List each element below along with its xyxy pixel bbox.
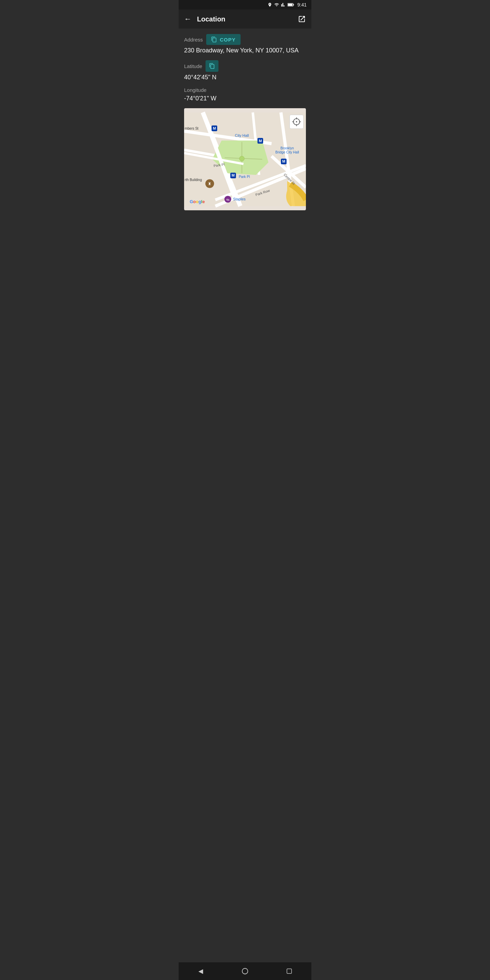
svg-text:Brooklyn: Brooklyn xyxy=(280,146,294,150)
svg-text:City Hall: City Hall xyxy=(235,134,249,137)
svg-text:M: M xyxy=(213,126,216,130)
svg-text:♜: ♜ xyxy=(208,182,211,186)
copy-small-icon xyxy=(209,63,215,69)
address-label: Address xyxy=(184,37,203,43)
svg-text:Google: Google xyxy=(190,199,205,204)
svg-text:M: M xyxy=(232,173,235,177)
latitude-value: 40°42'45" N xyxy=(184,74,306,81)
wifi-icon xyxy=(274,2,279,7)
svg-text:rth Building: rth Building xyxy=(185,178,202,182)
page-title: Location xyxy=(197,15,292,23)
back-button[interactable]: ← xyxy=(184,14,192,24)
longitude-label: Longitude xyxy=(184,87,207,93)
map-view[interactable]: Park Row Centre St Park Pl mbers St rth … xyxy=(184,108,306,210)
longitude-value: -74°0'21" W xyxy=(184,95,306,102)
address-value: 230 Broadway, New York, NY 10007, USA xyxy=(184,47,306,54)
copy-icon xyxy=(211,37,217,43)
svg-rect-1 xyxy=(293,4,294,5)
signal-icon xyxy=(281,2,286,7)
address-label-row: Address COPY xyxy=(184,34,306,45)
status-icons: 9:41 xyxy=(267,2,307,8)
svg-text:Bridge City Hall: Bridge City Hall xyxy=(275,150,299,154)
svg-rect-2 xyxy=(288,4,292,6)
app-bar: ← Location xyxy=(179,10,311,29)
svg-point-43 xyxy=(296,121,298,123)
external-link-icon[interactable] xyxy=(298,15,306,23)
address-copy-label: COPY xyxy=(220,37,236,43)
longitude-label-row: Longitude xyxy=(184,87,306,93)
svg-point-14 xyxy=(239,156,244,161)
latitude-label: Latitude xyxy=(184,63,202,69)
location-icon xyxy=(267,2,272,7)
svg-text:🛍: 🛍 xyxy=(226,198,229,202)
svg-text:Park Pl: Park Pl xyxy=(239,175,250,179)
content-area: Address COPY 230 Broadway, New York, NY … xyxy=(179,29,311,210)
status-time: 9:41 xyxy=(298,2,307,8)
svg-text:mbers St: mbers St xyxy=(185,127,199,130)
battery-icon xyxy=(288,2,294,7)
svg-text:M: M xyxy=(282,159,285,163)
latitude-copy-button[interactable] xyxy=(205,60,218,72)
status-bar: 9:41 xyxy=(179,0,311,10)
svg-text:M: M xyxy=(259,139,262,143)
latitude-label-row: Latitude xyxy=(184,60,306,72)
address-copy-button[interactable]: COPY xyxy=(206,34,240,45)
svg-text:Staples: Staples xyxy=(233,197,246,201)
